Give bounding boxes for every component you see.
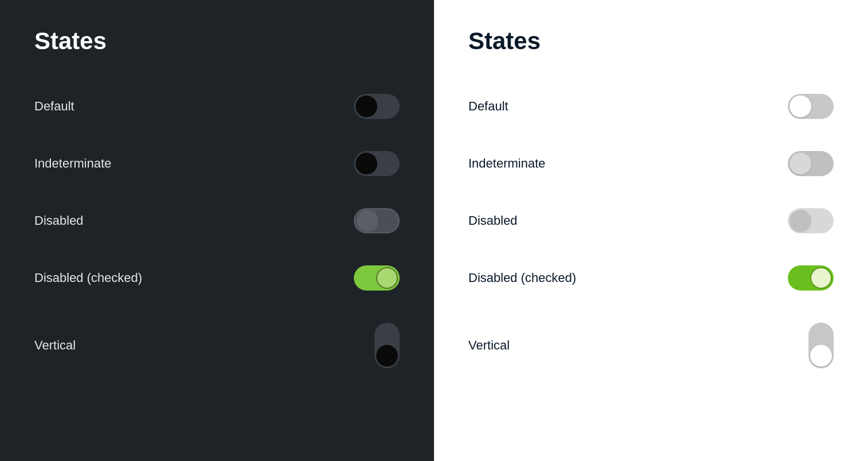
light-panel: States Default Indeterminate Disabled xyxy=(434,0,868,461)
light-toggle-disabled-checked-track xyxy=(788,265,834,291)
dark-states-list: Default Indeterminate Disabled xyxy=(34,78,400,384)
light-toggle-indeterminate-track[interactable] xyxy=(788,151,834,176)
dark-toggle-indeterminate-track[interactable] xyxy=(354,151,400,176)
dark-toggle-default[interactable] xyxy=(354,94,400,119)
light-state-default: Default xyxy=(468,78,834,135)
dark-label-default: Default xyxy=(34,99,74,114)
dark-state-disabled: Disabled xyxy=(34,192,400,249)
dark-toggle-disabled-track xyxy=(354,208,400,233)
light-toggle-default[interactable] xyxy=(788,94,834,119)
light-toggle-default-knob xyxy=(790,96,811,117)
light-panel-title: States xyxy=(468,27,834,55)
dark-panel-title: States xyxy=(34,27,400,55)
light-toggle-disabled-checked-knob xyxy=(810,267,832,289)
light-label-vertical: Vertical xyxy=(468,338,510,353)
light-state-disabled-checked: Disabled (checked) xyxy=(468,249,834,307)
dark-toggle-vertical-knob xyxy=(376,345,398,367)
light-toggle-disabled-knob xyxy=(790,210,811,232)
light-toggle-disabled xyxy=(788,208,834,233)
dark-toggle-indeterminate[interactable] xyxy=(354,151,400,176)
dark-toggle-vertical[interactable] xyxy=(374,323,400,368)
dark-label-disabled: Disabled xyxy=(34,213,84,228)
dark-label-disabled-checked: Disabled (checked) xyxy=(34,271,142,285)
light-toggle-disabled-checked xyxy=(788,265,834,291)
dark-toggle-disabled-knob xyxy=(357,210,378,232)
dark-label-vertical: Vertical xyxy=(34,338,76,353)
dark-state-default: Default xyxy=(34,78,400,135)
light-toggle-indeterminate[interactable] xyxy=(788,151,834,176)
dark-toggle-default-knob xyxy=(356,96,377,117)
dark-toggle-default-track[interactable] xyxy=(354,94,400,119)
dark-toggle-vertical-track[interactable] xyxy=(374,323,400,368)
light-label-disabled-checked: Disabled (checked) xyxy=(468,271,576,285)
light-label-disabled: Disabled xyxy=(468,213,518,228)
light-label-indeterminate: Indeterminate xyxy=(468,156,546,171)
light-toggle-vertical-knob xyxy=(810,345,832,367)
light-state-vertical: Vertical xyxy=(468,307,834,384)
light-toggle-indeterminate-knob xyxy=(790,153,811,174)
dark-toggle-disabled-checked-knob xyxy=(376,267,398,289)
light-toggle-default-track[interactable] xyxy=(788,94,834,119)
dark-panel: States Default Indeterminate Disabled xyxy=(0,0,434,461)
dark-state-disabled-checked: Disabled (checked) xyxy=(34,249,400,307)
dark-toggle-indeterminate-knob xyxy=(356,153,377,174)
light-toggle-vertical-track[interactable] xyxy=(808,323,834,368)
dark-toggle-disabled-checked xyxy=(354,265,400,291)
light-toggle-disabled-track xyxy=(788,208,834,233)
dark-state-indeterminate: Indeterminate xyxy=(34,135,400,192)
light-toggle-vertical[interactable] xyxy=(808,323,834,368)
light-state-disabled: Disabled xyxy=(468,192,834,249)
dark-state-vertical: Vertical xyxy=(34,307,400,384)
dark-label-indeterminate: Indeterminate xyxy=(34,156,112,171)
light-state-indeterminate: Indeterminate xyxy=(468,135,834,192)
light-states-list: Default Indeterminate Disabled xyxy=(468,78,834,384)
dark-toggle-disabled xyxy=(354,208,400,233)
dark-toggle-disabled-checked-track xyxy=(354,265,400,291)
light-label-default: Default xyxy=(468,99,508,114)
